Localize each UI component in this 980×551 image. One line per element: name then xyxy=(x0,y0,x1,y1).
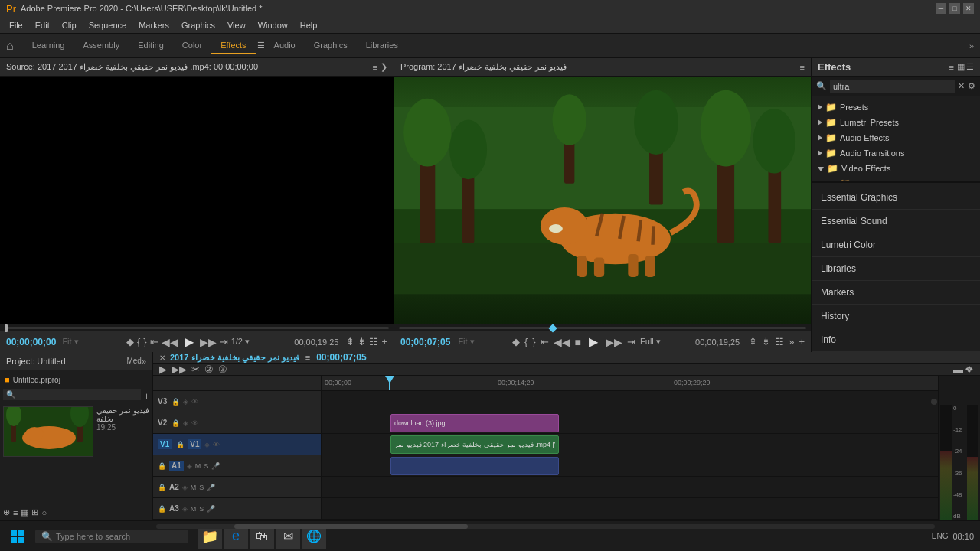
project-clip-item[interactable]: فيديو نمر حقيقي بخلفة 19;25 xyxy=(3,406,149,457)
essential-sound-item[interactable]: Essential Sound xyxy=(812,210,980,233)
effects-search-clear-icon[interactable]: ✕ xyxy=(958,81,965,91)
source-prev-edit-button[interactable]: ⇤ xyxy=(150,336,158,347)
effects-search-input[interactable] xyxy=(830,80,955,93)
fx-category-presets[interactable]: 📁 Presets xyxy=(812,99,980,115)
menu-view[interactable]: View xyxy=(221,19,252,31)
program-stop-button[interactable]: ■ xyxy=(575,336,581,348)
home-button[interactable]: ⌂ xyxy=(6,39,14,53)
seq-selection-tool[interactable]: ▶ xyxy=(159,364,167,375)
tab-audio[interactable]: Audio xyxy=(265,37,305,54)
tab-assembly[interactable]: Assembly xyxy=(74,37,129,54)
track-v3-knob[interactable] xyxy=(931,399,937,405)
track-v1-target[interactable]: V1 xyxy=(188,439,201,449)
project-list-view-icon[interactable]: ≡ xyxy=(13,508,18,517)
seq-close-icon[interactable]: ✕ xyxy=(159,354,165,362)
project-automate-icon[interactable]: ○ xyxy=(41,508,47,517)
menu-file[interactable]: File xyxy=(3,19,29,31)
source-out-point-button[interactable]: } xyxy=(143,336,146,347)
info-item[interactable]: Info xyxy=(812,328,980,352)
effects-panel-list-icon[interactable]: ☰ xyxy=(966,62,974,72)
source-next-edit-button[interactable]: ⇥ xyxy=(220,336,228,347)
fx-category-audio-transitions[interactable]: 📁 Audio Transitions xyxy=(812,145,980,161)
track-a3-lock-icon[interactable]: 🔒 xyxy=(158,505,166,513)
libraries-item[interactable]: Libraries xyxy=(812,257,980,281)
track-v1-eye-icon[interactable]: 👁 xyxy=(213,441,220,448)
track-a2-mic-icon[interactable]: 🎤 xyxy=(207,484,215,491)
start-button[interactable] xyxy=(6,525,29,548)
clip-v2-image[interactable]: download (3).jpg xyxy=(390,414,559,432)
essential-graphics-item[interactable]: Essential Graphics xyxy=(812,186,980,210)
source-panel-expand-icon[interactable]: ❯ xyxy=(381,62,387,72)
seq-track-select-tool[interactable]: ▶▶ xyxy=(172,364,187,375)
program-step-back-button[interactable]: ◀◀ xyxy=(554,336,570,348)
track-v1-sync-icon[interactable]: ◈ xyxy=(204,441,210,448)
source-add-button[interactable]: + xyxy=(381,336,387,347)
track-a1-sync-icon[interactable]: ◈ xyxy=(187,462,192,470)
tab-effects[interactable]: Effects xyxy=(211,37,255,54)
track-a1-mic-icon[interactable]: 🎤 xyxy=(211,462,220,470)
project-new-item-icon[interactable]: ⊕ xyxy=(3,507,10,517)
program-step-fwd-button[interactable]: ▶▶ xyxy=(606,336,622,348)
tab-color[interactable]: Color xyxy=(173,37,211,54)
program-next-edit-button[interactable]: ⇥ xyxy=(627,336,635,347)
track-v2-eye-icon[interactable]: 👁 xyxy=(191,419,198,427)
source-step-fwd-button[interactable]: ▶▶ xyxy=(200,336,217,348)
program-more-button[interactable]: » xyxy=(789,336,794,347)
fx-subcategory-keying[interactable]: 📁 Keying xyxy=(812,176,980,181)
program-marker-button[interactable]: ◆ xyxy=(512,336,520,347)
program-in-point-button[interactable]: { xyxy=(524,336,528,347)
track-a2-sync-icon[interactable]: ◈ xyxy=(182,484,188,491)
source-play-button[interactable]: ▶ xyxy=(181,334,197,349)
track-a3-sync-icon[interactable]: ◈ xyxy=(182,505,188,513)
close-button[interactable]: ✕ xyxy=(963,3,974,14)
fx-category-audio-effects[interactable]: 📁 Audio Effects xyxy=(812,130,980,145)
track-a1-lock-icon[interactable]: 🔒 xyxy=(158,462,166,470)
effects-search-options-icon[interactable]: ⚙ xyxy=(968,81,975,91)
history-item[interactable]: History xyxy=(812,305,980,328)
project-icon-view-icon[interactable]: ▦ xyxy=(21,507,28,517)
minimize-button[interactable]: ─ xyxy=(936,3,946,14)
program-zoom-dropdown[interactable]: Fit ▾ xyxy=(458,337,474,347)
track-v2-sync-icon[interactable]: ◈ xyxy=(183,419,188,427)
seq-ripple-tool[interactable]: ✂ xyxy=(191,364,200,375)
source-camera-button[interactable]: ☷ xyxy=(369,336,378,347)
tab-learning[interactable]: Learning xyxy=(23,37,74,54)
track-v2-lock-icon[interactable]: 🔒 xyxy=(172,419,180,427)
menu-clip[interactable]: Clip xyxy=(56,19,83,31)
source-in-point-button[interactable]: { xyxy=(137,336,140,347)
program-prev-edit-button[interactable]: ⇤ xyxy=(541,336,549,347)
markers-item[interactable]: Markers xyxy=(812,281,980,305)
menu-window[interactable]: Window xyxy=(252,19,294,31)
source-marker-button[interactable]: ◆ xyxy=(126,336,134,347)
seq-slip-tool[interactable]: ③ xyxy=(218,364,227,375)
source-step-back-button[interactable]: ◀◀ xyxy=(162,336,178,348)
clip-v1-video[interactable]: فيديو نمر حقيقي بخلفية خضراء 2017 فيديو … xyxy=(390,435,559,454)
seq-snap-icon[interactable]: ▬ xyxy=(953,364,963,375)
program-panel-menu-icon[interactable]: ≡ xyxy=(800,63,805,72)
menu-markers[interactable]: Markers xyxy=(132,19,175,31)
tab-libraries[interactable]: Libraries xyxy=(357,37,407,54)
menu-sequence[interactable]: Sequence xyxy=(83,19,133,31)
effects-tab-menu-icon[interactable]: ☰ xyxy=(257,41,265,51)
track-v3-sync-icon[interactable]: ◈ xyxy=(183,398,188,406)
project-panel-more-icon[interactable]: » xyxy=(142,357,146,366)
program-lift-button[interactable]: ⇞ xyxy=(749,336,757,347)
seq-razor-tool[interactable]: ② xyxy=(204,364,214,375)
workspace-more-button[interactable]: » xyxy=(969,41,974,51)
effects-panel-grid-icon[interactable]: ▦ xyxy=(957,62,965,72)
taskbar-search[interactable]: 🔍 Type here to search xyxy=(35,530,188,543)
project-file-prproj[interactable]: ■ Untitled.prproj xyxy=(3,373,149,386)
tab-editing[interactable]: Editing xyxy=(129,37,173,54)
source-overwrite-button[interactable]: ⇟ xyxy=(358,336,366,347)
track-a3-mic-icon[interactable]: 🎤 xyxy=(207,505,215,513)
program-out-point-button[interactable]: } xyxy=(532,336,535,347)
project-new-bin-icon[interactable]: + xyxy=(144,391,149,402)
source-panel-menu-icon[interactable]: ≡ xyxy=(373,63,377,72)
program-extract-button[interactable]: ⇟ xyxy=(762,336,770,347)
clip-a1-audio[interactable] xyxy=(390,457,559,475)
program-camera-button[interactable]: ☷ xyxy=(775,336,784,347)
fx-category-lumetri[interactable]: 📁 Lumetri Presets xyxy=(812,115,980,130)
tab-graphics[interactable]: Graphics xyxy=(305,37,357,54)
program-quality-dropdown[interactable]: Full ▾ xyxy=(640,337,661,347)
menu-graphics[interactable]: Graphics xyxy=(175,19,221,31)
